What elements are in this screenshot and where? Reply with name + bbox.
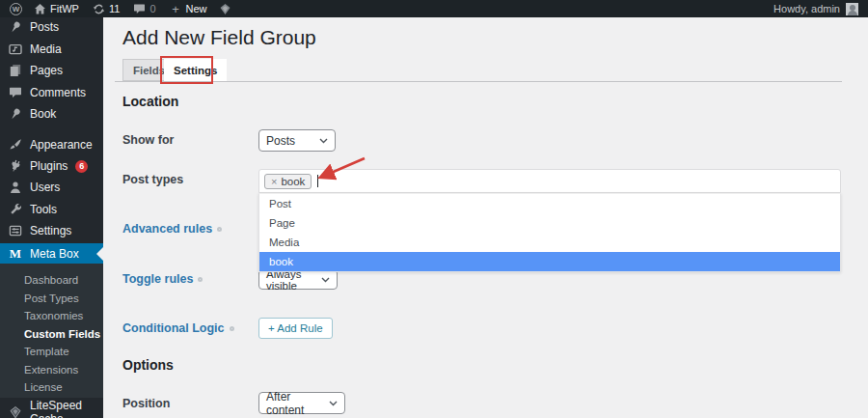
admin-sidebar: Posts Media Pages Comments Book Appearan… [0,0,103,418]
label-text: Toggle rules [122,272,193,286]
submenu-label: Post Types [24,293,79,304]
post-types-multiselect-input[interactable]: × book [258,169,841,193]
howdy-text: Howdy, admin [773,3,840,14]
avatar [846,3,858,15]
site-name-link[interactable]: FitWP [34,3,79,15]
submenu-item-license[interactable]: License [0,378,103,396]
submenu-label: Taxonomies [24,310,83,321]
update-count: 11 [109,3,120,14]
sidebar-item-media[interactable]: Media [0,39,103,60]
wordpress-logo-icon[interactable]: W [10,3,22,15]
submenu-label: Template [24,346,69,357]
new-label: New [186,3,207,14]
show-for-label: Show for [122,133,174,147]
comment-icon [133,3,146,15]
sidebar-item-comments[interactable]: Comments [0,82,103,103]
selected-tag-book[interactable]: × book [264,174,312,189]
settings-icon [9,224,22,237]
comments-indicator[interactable]: 0 [133,3,155,15]
submenu-item-template[interactable]: Template [0,343,103,360]
submenu-item-custom-fields[interactable]: Custom Fields [0,325,103,343]
sidebar-item-label: Comments [30,86,86,99]
metabox-logo-icon: M [9,246,22,262]
submenu-item-taxonomies[interactable]: Taxonomies [0,307,103,324]
pin-icon [9,107,22,121]
sidebar-item-tools[interactable]: Tools [0,199,103,220]
sidebar-item-book[interactable]: Book [0,103,103,125]
sidebar-item-appearance[interactable]: Appearance [0,134,103,155]
info-icon[interactable] [230,326,234,331]
conditional-logic-label: Conditional Logic [122,321,234,335]
media-icon [9,42,22,56]
option-label: Media [269,237,299,248]
comments-icon [9,86,22,99]
new-content-button[interactable]: + New [170,3,207,15]
text-cursor [317,175,318,187]
select-value: Posts [266,134,295,148]
sidebar-item-label: Settings [30,224,71,237]
submenu-item-post-types[interactable]: Post Types [0,290,103,307]
tag-label: book [281,176,305,187]
plugins-update-badge: 6 [75,160,88,173]
option-label: book [269,256,293,267]
comment-count: 0 [149,3,155,14]
submenu-label: Dashboard [24,274,78,286]
update-icon [93,3,105,15]
advanced-rules-label: Advanced rules [122,222,222,236]
post-types-label: Post types [122,173,183,186]
page-title: Add New Field Group [122,26,316,49]
sidebar-item-plugins[interactable]: Plugins 6 [0,155,103,177]
remove-tag-icon[interactable]: × [271,176,277,187]
sidebar-item-posts[interactable]: Posts [0,16,103,38]
sidebar-item-label: Meta Box [30,247,79,261]
account-menu[interactable]: Howdy, admin [773,3,858,15]
position-label: Position [122,397,170,410]
select-value: After content [266,390,321,417]
submenu-label: Custom Fields [24,328,100,340]
label-text: Position [122,397,170,410]
sidebar-item-label: Pages [30,64,63,77]
chevron-down-icon [321,275,330,284]
appearance-icon [9,138,22,152]
pin-icon [9,20,22,34]
label-text: Post types [122,173,183,186]
wordpress-admin-screen: Posts Media Pages Comments Book Appearan… [0,0,868,418]
sidebar-item-label: Tools [30,203,57,216]
add-rule-button[interactable]: + Add Rule [258,318,333,339]
updates-indicator[interactable]: 11 [93,3,120,15]
plugins-icon [9,159,22,173]
sidebar-item-label: Appearance [30,138,93,152]
submenu-item-dashboard[interactable]: Dashboard [0,271,103,289]
sidebar-item-settings[interactable]: Settings [0,220,103,241]
label-text: Advanced rules [122,222,212,236]
label-text: Show for [122,133,174,147]
pages-icon [9,64,22,77]
tabs-divider [115,81,842,82]
gem-icon [219,3,231,15]
option-label: Post [269,198,291,209]
sidebar-item-litespeed-cache[interactable]: LiteSpeed Cache [0,402,103,418]
show-for-select[interactable]: Posts [258,129,336,152]
position-select[interactable]: After content [258,392,345,414]
info-icon[interactable] [217,227,222,232]
sidebar-item-pages[interactable]: Pages [0,60,103,81]
dropdown-option-post[interactable]: Post [259,194,840,213]
submenu-item-extensions[interactable]: Extensions [0,361,103,378]
post-types-dropdown: Post Page Media book [258,193,841,272]
toggle-rules-select[interactable]: Always visible [258,269,338,290]
sidebar-item-label: Posts [30,20,59,34]
site-name: FitWP [50,3,79,14]
location-heading: Location [122,94,178,109]
users-icon [9,181,22,194]
info-icon[interactable] [198,277,203,282]
dropdown-option-media[interactable]: Media [259,233,840,252]
option-label: Page [269,217,295,229]
chevron-down-icon [319,136,328,145]
dropdown-option-page[interactable]: Page [259,213,840,233]
dropdown-option-book[interactable]: book [259,252,840,271]
sidebar-item-users[interactable]: Users [0,177,103,198]
plus-icon: + [170,3,182,15]
sidebar-item-label: Plugins [30,159,68,173]
sidebar-item-metabox[interactable]: M Meta Box [0,243,103,264]
metabox-adminbar-item[interactable] [219,3,231,15]
